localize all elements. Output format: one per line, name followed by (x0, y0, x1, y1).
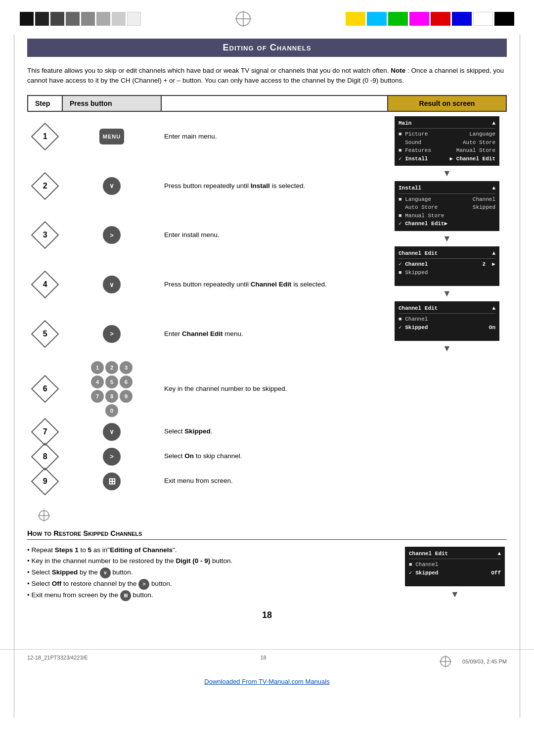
screen-title-install: Install▲ (399, 184, 495, 194)
step-4-desc: Press button repeatedly until Channel Ed… (161, 260, 388, 309)
restore-bullet-1: Repeat Steps 1 to 5 as in"Editing of Cha… (27, 545, 388, 556)
intro-text: This feature allows you to skip or edit … (27, 66, 507, 86)
right-inline-button[interactable]: > (138, 579, 149, 590)
steps-table: Step Press button Result on screen 1 MEN… (27, 95, 507, 494)
step-3-num: 3 (28, 211, 62, 260)
bw-block (81, 12, 95, 26)
page-title: Editing of Channels (27, 39, 507, 57)
digit-1[interactable]: 1 (91, 361, 104, 374)
menu-button[interactable]: MENU (99, 129, 124, 144)
arrow-down-3: ▼ (393, 288, 501, 299)
right-button-8[interactable]: > (103, 448, 121, 466)
digit-9[interactable]: 9 (120, 390, 133, 403)
screen-row-selected: ✓ Install▶ Channel Edit (399, 155, 495, 163)
screen-title-ch-edit-2: Channel Edit▲ (399, 304, 495, 314)
step-1-button: MENU (62, 111, 161, 162)
screen-row: SoundAuto Store (399, 139, 495, 147)
footer-right-section: 05/09/03, 2:45 PM (439, 655, 507, 668)
step-2-button: ∨ (62, 161, 161, 211)
screen-row: Auto StoreSkipped (399, 203, 495, 212)
color-block-green (388, 12, 408, 26)
bw-block (66, 12, 80, 26)
bw-block (112, 12, 126, 26)
step-8-button: > (62, 444, 161, 469)
top-bar (0, 0, 534, 34)
screen-row-selected: ✓ Channel2 ▶ (399, 260, 495, 269)
bottom-link-section[interactable]: Downloaded From TV-Manual.com Manuals (0, 673, 534, 692)
digit-4[interactable]: 4 (91, 376, 104, 388)
restore-bullet-3: Select Skipped by the ∨ button. (27, 567, 388, 578)
col-desc-header (161, 95, 388, 111)
down-button-7[interactable]: ∨ (103, 423, 121, 441)
step-5-num: 5 (28, 309, 62, 359)
exit-button[interactable]: ⊞ (103, 472, 121, 490)
screen-title-main: Main▲ (399, 119, 495, 129)
bw-block (127, 12, 141, 26)
color-block-magenta (409, 12, 429, 26)
step-6-desc: Key in the channel number to be skipped. (161, 359, 388, 420)
bw-block (50, 12, 64, 26)
screen-row-selected: ✓ SkippedOn (399, 324, 495, 332)
tv-manual-link[interactable]: Downloaded From TV-Manual.com Manuals (204, 678, 329, 685)
crosshair-left (37, 509, 507, 524)
col-press: Press button (62, 95, 161, 111)
color-block-black (494, 12, 514, 26)
digit-5[interactable]: 5 (105, 376, 118, 388)
step-5-desc: Enter Channel Edit menu. (161, 309, 388, 359)
restore-screen: Channel Edit▲ ■ Channel ✓ SkippedOff ▼ (403, 545, 507, 602)
footer: 12-18_21PT3323/4223/E 18 05/09/03, 2:45 … (0, 649, 534, 673)
arrow-down-1: ▼ (393, 168, 501, 179)
step-4-num: 4 (28, 260, 62, 309)
down-button-4[interactable]: ∨ (103, 276, 121, 293)
restore-bullet-4: Select Off to restore channel by the > b… (27, 578, 388, 590)
page-number: 18 (27, 610, 507, 620)
table-row: 1 MENU Enter main menu. Main▲ (28, 111, 506, 162)
screen-row-selected: ✓ Channel Edit▶ (399, 220, 495, 228)
digit-grid: 1 2 3 4 5 6 7 8 9 0 (91, 361, 133, 417)
arrow-down-2: ▼ (393, 233, 501, 244)
right-button-5[interactable]: > (103, 325, 121, 343)
footer-right: 05/09/03, 2:45 PM (462, 659, 507, 664)
screen-row: ■ LanguageChannel (399, 195, 495, 204)
right-button-3[interactable]: > (103, 226, 121, 244)
step-3-button: > (62, 211, 161, 260)
restore-layout: Repeat Steps 1 to 5 as in"Editing of Cha… (27, 545, 507, 602)
step-6-button: 1 2 3 4 5 6 7 8 9 0 (62, 359, 161, 420)
screen-row: ■ Skipped (399, 269, 495, 277)
step-1-desc: Enter main menu. (161, 111, 388, 162)
bw-color-bar (20, 12, 141, 26)
screen-install: Install▲ ■ LanguageChannel Auto StoreSki… (395, 181, 499, 231)
combined-screens: Main▲ ■ PictureLanguage SoundAuto Store … (393, 116, 501, 354)
restore-title: How to Restore Skipped Channels (27, 529, 507, 540)
digit-7[interactable]: 7 (91, 390, 104, 403)
footer-left: 12-18_21PT3323/4223/E (27, 655, 88, 668)
step-9-num: 9 (28, 469, 62, 494)
down-button[interactable]: ∨ (103, 177, 121, 195)
page-border-right (520, 35, 520, 717)
step-9-desc: Exit menu from screen. (161, 469, 388, 494)
digit-8[interactable]: 8 (105, 390, 118, 403)
exit-inline-button[interactable]: ⊞ (120, 590, 131, 601)
table-row: 6 1 2 3 4 5 6 7 8 9 0 (28, 359, 506, 420)
step-5-button: > (62, 309, 161, 359)
digit-2[interactable]: 2 (105, 361, 118, 374)
step-9-button: ⊞ (62, 469, 161, 494)
step-6-num: 6 (28, 359, 62, 420)
color-block-yellow (346, 12, 365, 26)
screen-row: ■ PictureLanguage (399, 130, 495, 139)
restore-text: Repeat Steps 1 to 5 as in"Editing of Cha… (27, 545, 388, 602)
screen-channel-edit-2: Channel Edit▲ ■ Channel ✓ SkippedOn (395, 301, 499, 341)
table-row: 7 ∨ Select Skipped. (28, 420, 506, 444)
bw-block (35, 12, 49, 26)
table-row: 8 > Select On to skip channel. (28, 444, 506, 469)
main-content: Editing of Channels This feature allows … (0, 34, 534, 644)
digit-3[interactable]: 3 (120, 361, 133, 374)
screen-title-ch-edit: Channel Edit▲ (399, 249, 495, 259)
down-inline-button[interactable]: ∨ (100, 567, 111, 578)
digit-0[interactable]: 0 (105, 404, 118, 417)
digit-6[interactable]: 6 (120, 376, 133, 388)
step-3-desc: Enter install menu. (161, 211, 388, 260)
screen-title-restore: Channel Edit▲ (409, 550, 501, 560)
result-screens-1-5: Main▲ ■ PictureLanguage SoundAuto Store … (388, 111, 506, 359)
step-7-button: ∨ (62, 420, 161, 444)
